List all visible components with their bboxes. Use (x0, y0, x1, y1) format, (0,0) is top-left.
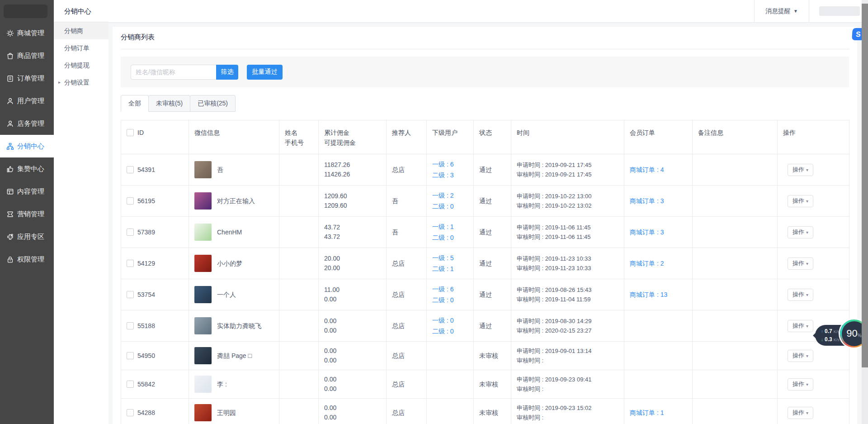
mall-orders-link[interactable]: 商城订单 : 1 (630, 409, 664, 416)
audit-time: 审核时间 : (517, 356, 620, 365)
remark (693, 217, 778, 248)
account-name-redacted (819, 6, 860, 16)
action-button[interactable]: 操作▾ (788, 407, 813, 419)
action-button[interactable]: 操作▾ (788, 195, 813, 207)
subnav-item-分销设置[interactable]: ▸分销设置 (54, 74, 108, 91)
level2-users-link[interactable]: 二级 : 1 (432, 265, 453, 272)
referrer: 吾 (387, 217, 427, 248)
mall-orders-link[interactable]: 商城订单 : 3 (630, 229, 664, 236)
action-button[interactable]: 操作▾ (788, 350, 813, 362)
row-checkbox[interactable] (127, 166, 134, 173)
action-button[interactable]: 操作▾ (788, 378, 813, 391)
row-checkbox[interactable] (127, 197, 134, 205)
sidebar-item-店务管理[interactable]: 店务管理 (0, 112, 54, 135)
message-dropdown[interactable]: 消息提醒 ▼ (754, 0, 809, 22)
sidebar-item-用户管理[interactable]: 用户管理 (0, 90, 54, 112)
level2-users-link[interactable]: 二级 : 3 (432, 172, 453, 179)
audit-time: 审核时间 : 2020-02-15 23:27 (517, 326, 620, 335)
referrer: 总店 (387, 370, 427, 399)
audit-time: 审核时间 : 2019-11-04 11:59 (517, 295, 620, 304)
subnav-item-分销提现[interactable]: 分销提现 (54, 57, 108, 74)
sidebar-item-label: 权限管理 (17, 255, 44, 264)
row-checkbox[interactable] (127, 260, 134, 267)
row-checkbox[interactable] (127, 381, 134, 388)
sidebar-item-应用专区[interactable]: 应用专区 (0, 225, 54, 248)
column-header: 姓名手机号 (279, 120, 319, 154)
row-checkbox[interactable] (127, 229, 134, 236)
sidebar-item-label: 内容管理 (17, 187, 44, 196)
column-header-label: 会员订单 (630, 128, 689, 138)
sidebar-item-商城管理[interactable]: 商城管理 (0, 22, 54, 44)
level1-users-link[interactable]: 一级 : 1 (432, 223, 453, 230)
tab-已审核(25)[interactable]: 已审核(25) (190, 95, 236, 112)
remark (693, 248, 778, 279)
tab-未审核(5)[interactable]: 未审核(5) (148, 95, 190, 112)
commission-withdrawable: 1209.60 (324, 201, 382, 210)
sidebar-item-内容管理[interactable]: 内容管理 (0, 180, 54, 203)
action-button[interactable]: 操作▾ (788, 226, 813, 238)
mall-orders-link[interactable]: 商城订单 : 13 (630, 291, 667, 298)
subnav-item-分销订单[interactable]: 分销订单 (54, 39, 108, 57)
download-unit: K/s (834, 336, 840, 344)
row-id: 54129 (137, 259, 155, 268)
avatar (194, 347, 212, 364)
row-checkbox[interactable] (127, 291, 134, 298)
row-checkbox[interactable] (127, 409, 134, 416)
table-row: 54288王明园0.000.00总店未审核申请时间 : 2019-09-23 1… (121, 399, 849, 424)
sidebar-item-订单管理[interactable]: 订单管理 (0, 67, 54, 90)
sidebar-item-label: 集赞中心 (17, 165, 44, 173)
column-header: 下级用户 (427, 120, 474, 154)
sidebar-item-营销管理[interactable]: 营销管理 (0, 203, 54, 225)
sidebar-item-商品管理[interactable]: 商品管理 (0, 44, 54, 67)
table-row: 57389ChenHM43.7243.72吾一级 : 1二级 : 0通过申请时间… (121, 217, 849, 248)
sidebar-item-label: 分销中心 (17, 142, 44, 151)
tab-全部[interactable]: 全部 (121, 95, 149, 112)
select-all-checkbox[interactable] (127, 129, 134, 136)
mall-orders-link[interactable]: 商城订单 : 2 (630, 260, 664, 267)
upload-speed: 0.7 (825, 328, 832, 335)
level1-users-link[interactable]: 一级 : 6 (432, 161, 453, 168)
remark (693, 399, 778, 424)
level2-users-link[interactable]: 二级 : 0 (432, 296, 453, 304)
status: 通过 (474, 310, 511, 342)
avatar (194, 286, 212, 303)
commission-withdrawable: 0.00 (324, 356, 382, 365)
app-icon (6, 233, 14, 241)
action-button[interactable]: 操作▾ (788, 289, 813, 301)
sidebar-item-分销中心[interactable]: 分销中心 (0, 135, 54, 157)
action-button[interactable]: 操作▾ (788, 164, 813, 176)
net-speed-widget[interactable]: ↑ 0.7 K/s ↓ 0.3 K/s 90 % (815, 319, 868, 351)
commission-total: 0.00 (324, 403, 382, 413)
primary-sidebar-nav: 商城管理商品管理订单管理用户管理店务管理分销中心集赞中心内容管理营销管理应用专区… (0, 22, 54, 271)
level1-users-link[interactable]: 一级 : 6 (432, 286, 453, 293)
action-button[interactable]: 操作▾ (788, 257, 813, 270)
sidebar-item-集赞中心[interactable]: 集赞中心 (0, 157, 54, 180)
sidebar-item-权限管理[interactable]: 权限管理 (0, 248, 54, 271)
commission-withdrawable: 0.00 (324, 384, 382, 394)
subnav-title: 分销中心 (54, 0, 108, 22)
mall-orders-link[interactable]: 商城订单 : 4 (630, 166, 664, 173)
row-checkbox[interactable] (127, 322, 134, 329)
sidebar-item-label: 订单管理 (17, 74, 44, 83)
batch-approve-button[interactable]: 批量通过 (247, 65, 283, 80)
level2-users-link[interactable]: 二级 : 0 (432, 203, 453, 210)
status-tabs: 全部未审核(5)已审核(25) (121, 95, 849, 112)
nickname: 实体助力龚晓飞 (217, 321, 261, 331)
download-speed: 0.3 (825, 336, 832, 343)
scrollbar-thumb[interactable] (862, 4, 868, 367)
search-input[interactable] (131, 65, 217, 80)
account-menu[interactable] (809, 0, 868, 22)
filter-button[interactable]: 筛选 (216, 65, 238, 80)
level1-users-link[interactable]: 一级 : 0 (432, 317, 453, 324)
status: 通过 (474, 248, 511, 279)
mall-orders-link[interactable]: 商城订单 : 3 (630, 197, 664, 205)
avatar (194, 224, 212, 241)
level1-users-link[interactable]: 一级 : 5 (432, 254, 453, 262)
row-checkbox[interactable] (127, 352, 134, 359)
level1-users-link[interactable]: 一级 : 2 (432, 192, 453, 199)
level2-users-link[interactable]: 二级 : 0 (432, 328, 453, 335)
level2-users-link[interactable]: 二级 : 0 (432, 234, 453, 241)
column-header: 备注信息 (693, 120, 778, 154)
action-button[interactable]: 操作▾ (788, 320, 813, 332)
subnav-item-分销商[interactable]: 分销商 (54, 22, 108, 39)
